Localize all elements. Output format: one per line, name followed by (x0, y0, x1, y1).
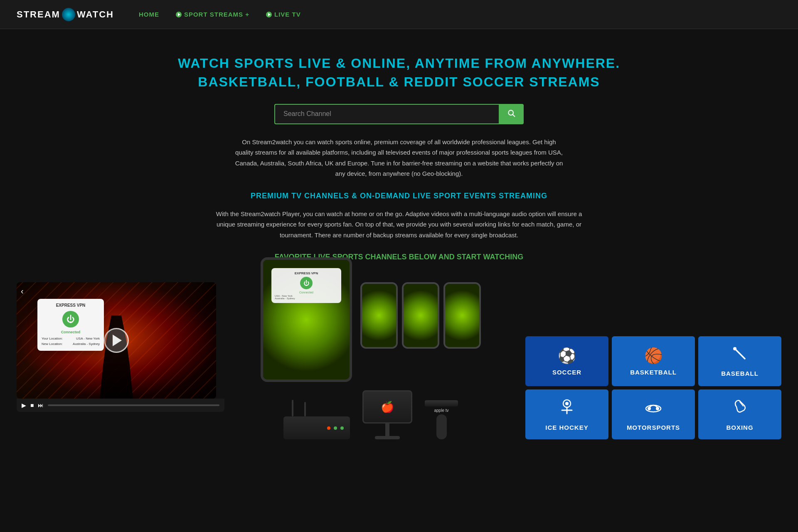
soccer-icon: ⚽ (558, 347, 576, 365)
svg-line-2 (735, 349, 745, 359)
vpn-card: EXPRESS VPN ⏻ Connected Your Location: U… (37, 299, 104, 351)
vpn-power-button[interactable]: ⏻ (62, 311, 79, 328)
logo-icon (62, 8, 75, 21)
stop-button[interactable]: ■ (30, 402, 34, 409)
router-led-3 (340, 426, 344, 430)
devices-section: EXPRESS VPN ⏻ Connected USA - New York A… (241, 257, 500, 439)
tablet-device: EXPRESS VPN ⏻ Connected USA - New York A… (261, 257, 352, 382)
hero-section: WATCH SPORTS LIVE & ONLINE, ANYTIME FROM… (0, 29, 798, 282)
home-link[interactable]: HOME (139, 11, 159, 18)
streaming-desc: With the Stream2watch Player, you can wa… (212, 209, 586, 241)
sport-card-baseball[interactable]: BASEBALL (698, 336, 781, 386)
nav-home[interactable]: HOME (139, 11, 159, 18)
nav-live-tv[interactable]: LIVE TV (266, 11, 301, 18)
boxing-label: BOXING (726, 424, 753, 431)
ice-hockey-label: ICE HOCKEY (545, 424, 588, 431)
svg-point-9 (648, 407, 651, 410)
mac-stand: 🍎 (362, 390, 412, 439)
basketball-label: BASKETBALL (630, 369, 677, 376)
phone-screen-1 (362, 284, 396, 347)
sports-grid: ⚽ SOCCER 🏀 BASKETBALL BASEBALL (525, 336, 781, 439)
play-dot-livetv (266, 12, 272, 17)
sport-card-ice-hockey[interactable]: ICE HOCKEY (525, 389, 608, 439)
nav-sport-streams[interactable]: SPORT STREAMS + (176, 11, 249, 18)
nav-menu: HOME SPORT STREAMS + LIVE TV (139, 11, 301, 18)
boxing-icon (731, 398, 749, 420)
logo-text-2: WATCH (77, 9, 114, 20)
router-body (283, 416, 350, 439)
mac-stand-neck (385, 424, 389, 436)
sport-streams-link[interactable]: SPORT STREAMS + (176, 11, 249, 18)
vpn-info: Your Location: USA - New York New Locati… (42, 336, 100, 347)
progress-bar[interactable] (48, 404, 219, 406)
appletv-label: apple tv (434, 408, 448, 413)
ice-hockey-icon (558, 398, 576, 420)
content-area: ‹ EXPRESS VPN ⏻ Connected Your Location:… (0, 282, 798, 439)
hero-headline: WATCH SPORTS LIVE & ONLINE, ANYTIME FROM… (17, 54, 781, 91)
basketball-icon: 🏀 (644, 347, 663, 365)
search-input[interactable] (274, 104, 499, 124)
phone-screen-3 (445, 284, 479, 347)
search-button[interactable] (499, 104, 524, 124)
motorsports-icon (644, 398, 663, 420)
soccer-label: SOCCER (552, 369, 581, 376)
phones-row (360, 282, 481, 349)
vpn-to: New Location: Australia - Sydney (42, 341, 100, 347)
sport-card-motorsports[interactable]: MOTORSPORTS (612, 389, 695, 439)
antenna-2 (304, 402, 306, 416)
router-led-2 (334, 426, 337, 430)
search-bar (274, 104, 524, 124)
baseball-label: BASEBALL (721, 370, 759, 377)
appletv-box: apple tv (425, 400, 458, 439)
hero-desc: On Stream2watch you can watch sports onl… (233, 137, 565, 179)
router-led-1 (327, 426, 330, 430)
svg-line-1 (513, 114, 515, 116)
logo-text: STREAM (17, 9, 60, 20)
svg-point-3 (733, 347, 736, 350)
video-player: ‹ EXPRESS VPN ⏻ Connected Your Location:… (17, 282, 216, 399)
phone-screen-2 (404, 284, 438, 347)
logo: STREAM WATCH (17, 8, 114, 21)
vpn-from: Your Location: USA - New York (42, 336, 100, 341)
back-button[interactable]: ‹ (21, 286, 24, 296)
apple-icon: 🍎 (381, 401, 394, 414)
tablet-vpn-overlay: EXPRESS VPN ⏻ Connected USA - New York A… (271, 268, 341, 303)
router-device (283, 416, 350, 439)
live-tv-link[interactable]: LIVE TV (266, 11, 301, 18)
appletv-remote (436, 414, 447, 439)
mac-monitor: 🍎 (362, 390, 412, 424)
svg-point-10 (656, 407, 659, 410)
sport-card-boxing[interactable]: BOXING (698, 389, 781, 439)
vpn-card-header: EXPRESS VPN (42, 303, 100, 308)
svg-point-5 (565, 402, 569, 405)
sport-card-soccer[interactable]: ⚽ SOCCER (525, 336, 608, 386)
antenna-1 (292, 400, 293, 416)
next-button[interactable]: ⏭ (38, 402, 44, 409)
sport-card-basketball[interactable]: 🏀 BASKETBALL (612, 336, 695, 386)
navbar: STREAM WATCH HOME SPORT STREAMS + LIVE T… (0, 0, 798, 29)
vpn-status: Connected (42, 330, 100, 334)
play-button[interactable] (104, 328, 129, 353)
mac-stand-base (375, 436, 400, 439)
video-controls: ▶ ■ ⏭ (17, 399, 224, 412)
motorsports-label: MOTORSPORTS (627, 424, 680, 431)
phone-device-2 (402, 282, 439, 349)
premium-title: PREMIUM TV CHANNELS & ON-DEMAND LIVE SPO… (17, 192, 781, 200)
play-pause-button[interactable]: ▶ (22, 402, 26, 409)
appletv-device (425, 400, 458, 406)
phone-device-1 (360, 282, 398, 349)
baseball-icon (732, 345, 748, 366)
video-section: ‹ EXPRESS VPN ⏻ Connected Your Location:… (17, 282, 224, 412)
play-dot-sport (176, 12, 182, 17)
phone-device-3 (443, 282, 481, 349)
